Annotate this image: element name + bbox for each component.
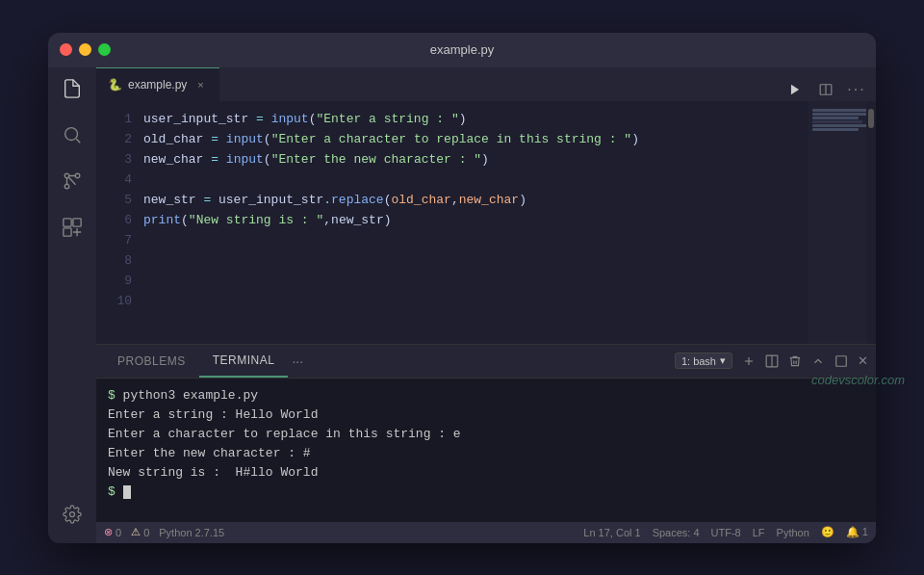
chevron-up-icon[interactable] [811, 354, 825, 368]
add-terminal-icon[interactable] [742, 354, 756, 368]
maximize-button[interactable] [98, 43, 111, 56]
terminal-line-4: Enter the new character : # [108, 444, 864, 463]
window-title: example.py [430, 42, 494, 57]
code-line-7 [140, 230, 808, 250]
problems-tab[interactable]: PROBLEMS [104, 344, 199, 378]
code-line-9 [140, 271, 808, 291]
scrollbar-thumb [868, 109, 874, 128]
terminal-line-1: $ python3 example.py [108, 386, 864, 405]
files-icon[interactable] [59, 75, 86, 102]
terminal-line-5: New string is : H#llo World [108, 463, 864, 483]
terminal-tab[interactable]: TERMINAL [199, 344, 289, 378]
settings-icon[interactable] [59, 501, 86, 528]
bash-selector[interactable]: 1: bash ▾ [675, 353, 732, 369]
code-line-2: old_char = input("Enter a character to r… [140, 129, 808, 149]
main-area: 🐍 example.py × · [48, 67, 876, 543]
activity-bar-bottom [59, 501, 86, 536]
indentation[interactable]: Spaces: 4 [653, 527, 700, 538]
titlebar: example.py [48, 33, 876, 67]
code-line-1: user_input_str = input("Enter a string :… [140, 109, 808, 129]
status-left: ⊗ 0 ⚠ 0 Python 2.7.15 [104, 526, 224, 538]
code-line-3: new_char = input("Enter the new characte… [140, 149, 808, 170]
minimap [808, 101, 866, 344]
chevron-down-icon: ▾ [720, 354, 726, 367]
code-line-4 [140, 170, 808, 190]
svg-point-9 [70, 511, 75, 516]
status-right: Ln 17, Col 1 Spaces: 4 UTF-8 LF Python [583, 526, 868, 538]
terminal-cursor [123, 485, 131, 499]
activity-bar [48, 67, 96, 543]
run-icon[interactable] [783, 78, 807, 101]
code-content[interactable]: user_input_str = input("Enter a string :… [140, 101, 808, 344]
terminal-line-3: Enter a character to replace in this str… [108, 425, 864, 444]
tab-close-button[interactable]: × [192, 77, 208, 92]
terminal-content[interactable]: $ python3 example.py Enter a string : He… [96, 379, 876, 522]
panel-more-icon[interactable]: ··· [292, 353, 303, 369]
line-ending[interactable]: LF [753, 527, 765, 538]
svg-point-4 [75, 173, 80, 178]
vertical-scrollbar[interactable] [866, 101, 876, 344]
maximize-panel-icon[interactable] [834, 354, 848, 368]
watermark: codevscolor.com [811, 373, 876, 387]
status-bar: ⊗ 0 ⚠ 0 Python 2.7.15 Ln 17, Col 1 [96, 522, 876, 543]
close-button[interactable] [60, 43, 72, 56]
terminal-panel: PROBLEMS TERMINAL ··· 1: bash ▾ [96, 344, 876, 522]
encoding[interactable]: UTF-8 [711, 527, 741, 538]
svg-rect-7 [64, 227, 71, 235]
source-control-icon[interactable] [59, 168, 86, 195]
editor-tab[interactable]: 🐍 example.py × [96, 67, 219, 101]
feedback-icon[interactable]: 🙂 [821, 526, 834, 538]
code-line-8 [140, 250, 808, 271]
code-line-6: print("New string is : ",new_str) [140, 210, 808, 230]
code-editor[interactable]: 1 2 3 4 5 6 7 8 9 10 user_input_str = in… [96, 101, 876, 344]
close-panel-icon[interactable]: ✕ [858, 353, 868, 368]
panel-actions: 1: bash ▾ [675, 353, 868, 369]
warning-count[interactable]: ⚠ 0 [131, 526, 149, 538]
svg-rect-6 [73, 218, 81, 225]
more-options-icon[interactable]: ··· [845, 78, 868, 101]
terminal-line-2: Enter a string : Hello World [108, 405, 864, 425]
extensions-icon[interactable] [59, 214, 86, 241]
error-count[interactable]: ⊗ 0 [104, 526, 121, 538]
search-icon[interactable] [59, 121, 86, 148]
python-version[interactable]: Python 2.7.15 [159, 527, 224, 538]
split-terminal-icon[interactable] [765, 354, 779, 368]
language-mode[interactable]: Python [777, 527, 809, 538]
notifications-icon[interactable]: 🔔 1 [846, 526, 868, 538]
cursor-position[interactable]: Ln 17, Col 1 [583, 527, 640, 538]
svg-rect-5 [64, 218, 71, 225]
svg-line-1 [76, 139, 80, 143]
code-line-10 [140, 291, 808, 311]
error-icon: ⊗ [104, 526, 113, 538]
traffic-lights [60, 43, 111, 56]
svg-marker-10 [791, 84, 799, 94]
svg-point-0 [65, 127, 78, 140]
split-editor-icon[interactable] [814, 78, 837, 101]
line-numbers: 1 2 3 4 5 6 7 8 9 10 [96, 101, 140, 344]
tab-bar: 🐍 example.py × · [96, 67, 876, 101]
tab-label: example.py [128, 78, 187, 91]
panel-tabs: PROBLEMS TERMINAL ··· 1: bash ▾ [96, 345, 876, 379]
svg-rect-17 [836, 355, 847, 366]
code-line-5: new_str = user_input_str.replace(old_cha… [140, 190, 808, 210]
terminal-line-6: $ [108, 483, 864, 502]
vscode-window: example.py [48, 33, 876, 543]
tab-icon: 🐍 [108, 78, 122, 91]
minimize-button[interactable] [79, 43, 91, 56]
svg-point-2 [64, 173, 69, 178]
delete-terminal-icon[interactable] [788, 354, 802, 368]
svg-point-3 [64, 184, 69, 189]
warning-icon: ⚠ [131, 526, 141, 538]
editor-container: 🐍 example.py × · [96, 67, 876, 543]
